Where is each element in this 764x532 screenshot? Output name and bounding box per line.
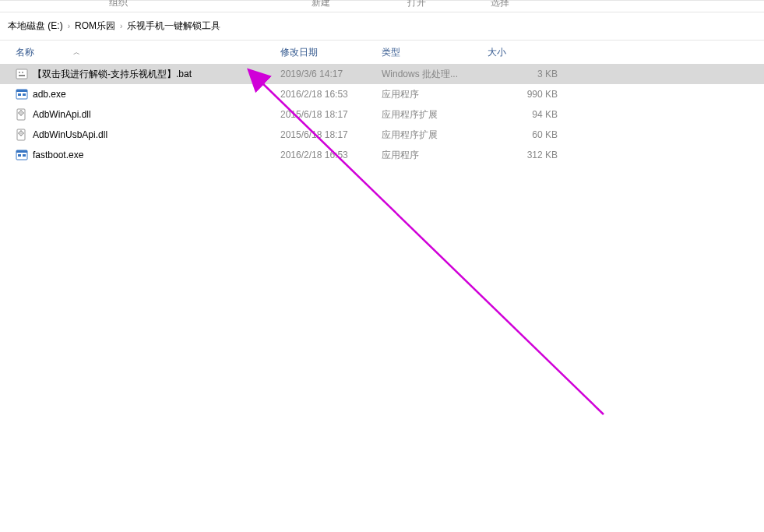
breadcrumb-folder2[interactable]: 乐视手机一键解锁工具 xyxy=(125,19,222,33)
svg-point-2 xyxy=(22,72,23,73)
file-type-cell: 应用程序扩展 xyxy=(382,108,488,122)
column-size[interactable]: 大小 xyxy=(488,46,565,59)
file-name-label: 【双击我进行解锁-支持乐视机型】.bat xyxy=(33,68,192,81)
menu-open[interactable]: 打开 xyxy=(407,0,426,9)
svg-rect-7 xyxy=(23,93,26,96)
file-row[interactable]: AdbWinUsbApi.dll2015/6/18 18:17应用程序扩展60 … xyxy=(0,125,764,145)
chevron-right-icon[interactable]: › xyxy=(120,22,122,30)
sort-arrow-icon: ︿ xyxy=(73,48,80,58)
menu-organize[interactable]: 组织 xyxy=(109,0,128,9)
svg-rect-5 xyxy=(16,90,27,92)
column-date[interactable]: 修改日期 xyxy=(280,46,382,59)
column-name[interactable]: 名称 ︿ xyxy=(16,46,280,59)
svg-rect-17 xyxy=(23,154,26,157)
file-type-cell: 应用程序 xyxy=(382,149,488,162)
file-date-cell: 2016/2/18 16:53 xyxy=(280,150,382,160)
file-type-cell: Windows 批处理... xyxy=(382,68,488,81)
file-type-cell: 应用程序 xyxy=(382,88,488,101)
exe-file-icon xyxy=(16,149,28,161)
file-size-cell: 990 KB xyxy=(488,89,565,100)
svg-point-10 xyxy=(20,112,22,114)
file-date-cell: 2019/3/6 14:17 xyxy=(280,69,382,79)
menu-new[interactable]: 新建 xyxy=(312,0,330,9)
svg-rect-0 xyxy=(16,69,27,79)
menu-select[interactable]: 选择 xyxy=(491,0,509,9)
file-name-cell: AdbWinUsbApi.dll xyxy=(16,129,280,141)
svg-rect-16 xyxy=(18,154,21,157)
bat-file-icon xyxy=(16,68,28,80)
file-size-cell: 3 KB xyxy=(488,69,565,79)
svg-rect-15 xyxy=(16,150,27,153)
file-name-cell: 【双击我进行解锁-支持乐视机型】.bat xyxy=(16,68,280,81)
file-row[interactable]: AdbWinApi.dll2015/6/18 18:17应用程序扩展94 KB xyxy=(0,104,764,125)
file-size-cell: 312 KB xyxy=(488,150,565,160)
svg-rect-3 xyxy=(19,75,25,76)
file-name-cell: fastboot.exe xyxy=(16,149,280,161)
file-name-label: adb.exe xyxy=(33,89,66,100)
svg-point-13 xyxy=(20,132,22,134)
file-list-panel: 名称 ︿ 修改日期 类型 大小 【双击我进行解锁-支持乐视机型】.bat2019… xyxy=(0,41,764,532)
file-row[interactable]: 【双击我进行解锁-支持乐视机型】.bat2019/3/6 14:17Window… xyxy=(0,64,764,84)
file-type-cell: 应用程序扩展 xyxy=(382,129,488,142)
file-row[interactable]: fastboot.exe2016/2/18 16:53应用程序312 KB xyxy=(0,145,764,165)
dll-file-icon xyxy=(16,108,28,121)
svg-point-1 xyxy=(19,72,20,73)
ribbon-menu: 组织 新建 打开 选择 xyxy=(0,1,764,12)
column-name-label: 名称 xyxy=(16,46,34,59)
file-row[interactable]: adb.exe2016/2/18 16:53应用程序990 KB xyxy=(0,84,764,104)
file-date-cell: 2015/6/18 18:17 xyxy=(280,109,382,120)
file-name-label: AdbWinApi.dll xyxy=(33,109,91,120)
dll-file-icon xyxy=(16,129,28,141)
svg-rect-6 xyxy=(18,93,21,96)
exe-file-icon xyxy=(16,88,28,100)
breadcrumb-drive[interactable]: 本地磁盘 (E:) xyxy=(6,19,65,33)
address-bar[interactable]: 本地磁盘 (E:) › ROM乐园 › 乐视手机一键解锁工具 xyxy=(0,12,764,41)
chevron-right-icon[interactable]: › xyxy=(68,22,70,30)
file-name-label: fastboot.exe xyxy=(33,150,83,160)
file-size-cell: 60 KB xyxy=(488,129,565,140)
file-date-cell: 2015/6/18 18:17 xyxy=(280,129,382,140)
column-headers: 名称 ︿ 修改日期 类型 大小 xyxy=(0,41,764,64)
file-name-label: AdbWinUsbApi.dll xyxy=(33,129,107,140)
breadcrumb-folder1[interactable]: ROM乐园 xyxy=(73,19,117,33)
file-date-cell: 2016/2/18 16:53 xyxy=(280,89,382,100)
file-size-cell: 94 KB xyxy=(488,109,565,120)
column-type[interactable]: 类型 xyxy=(382,46,488,59)
file-name-cell: adb.exe xyxy=(16,88,280,100)
file-name-cell: AdbWinApi.dll xyxy=(16,108,280,121)
